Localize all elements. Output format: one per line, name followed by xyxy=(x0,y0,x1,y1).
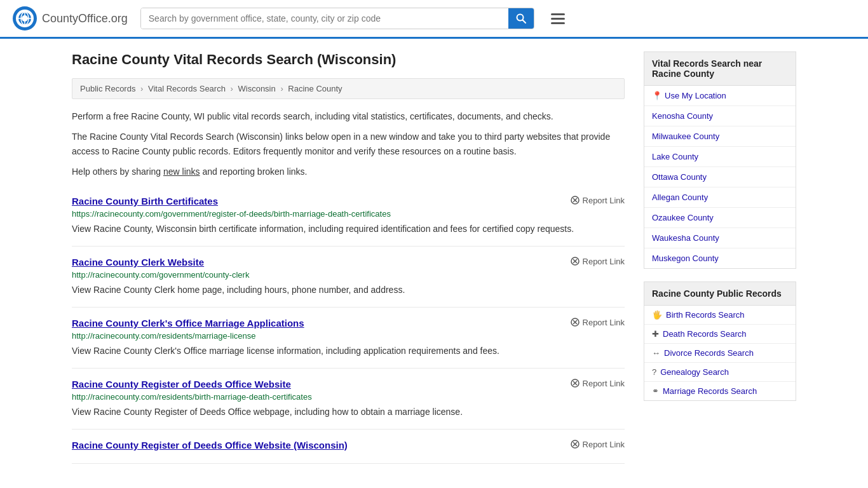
report-icon xyxy=(571,379,580,388)
result-header: Racine County Register of Deeds Office W… xyxy=(72,379,625,390)
sidebar-item-muskegon[interactable]: Muskegon County xyxy=(644,248,796,268)
logo-area: CountyOffice.org xyxy=(13,6,128,30)
report-icon xyxy=(571,196,580,205)
main-container: Racine County Vital Records Search (Wisc… xyxy=(59,39,809,477)
divorce-icon: ↔ xyxy=(652,348,660,358)
breadcrumb-link-vital-records[interactable]: Vital Records Search xyxy=(148,84,226,93)
logo-text: CountyOffice.org xyxy=(42,12,128,25)
result-desc: View Racine County Register of Deeds Off… xyxy=(72,405,625,419)
hamburger-button[interactable] xyxy=(547,10,569,28)
result-title-link[interactable]: Racine County Birth Certificates xyxy=(72,196,218,207)
results-list: Racine County Birth Certificates Report … xyxy=(72,186,625,464)
search-input[interactable] xyxy=(141,8,508,29)
result-url: https://racinecounty.com/government/regi… xyxy=(72,209,625,219)
kenosha-county-link[interactable]: Kenosha County xyxy=(652,111,713,121)
birth-records-link[interactable]: Birth Records Search xyxy=(666,310,745,320)
report-icon xyxy=(571,257,580,266)
sidebar-item-kenosha[interactable]: Kenosha County xyxy=(644,106,796,126)
logo-icon xyxy=(13,6,37,30)
description-para1: Perform a free Racine County, WI public … xyxy=(72,109,625,123)
result-item: Racine County Birth Certificates Report … xyxy=(72,186,625,247)
result-title-link[interactable]: Racine County Clerk Website xyxy=(72,257,204,268)
ozaukee-county-link[interactable]: Ozaukee County xyxy=(652,213,714,222)
hamburger-line xyxy=(551,13,565,15)
sidebar-item-ozaukee[interactable]: Ozaukee County xyxy=(644,208,796,228)
breadcrumb-sep: › xyxy=(231,84,233,93)
hamburger-line xyxy=(551,22,565,24)
sidebar-nearby-list: 📍 Use My Location Kenosha County Milwauk… xyxy=(644,86,796,269)
genealogy-icon: ? xyxy=(652,367,656,377)
result-title-link[interactable]: Racine County Register of Deeds Office W… xyxy=(72,379,291,390)
report-icon xyxy=(571,318,580,327)
main-content: Racine County Vital Records Search (Wisc… xyxy=(72,51,625,464)
breadcrumb-sep: › xyxy=(140,84,143,93)
breadcrumb-link-wisconsin[interactable]: Wisconsin xyxy=(238,84,276,93)
waukesha-county-link[interactable]: Waukesha County xyxy=(652,233,719,243)
result-item: Racine County Clerk's Office Marriage Ap… xyxy=(72,308,625,369)
sidebar-records-item-genealogy[interactable]: ? Genealogy Search xyxy=(644,363,796,382)
result-desc: View Racine County Clerk home page, incl… xyxy=(72,283,625,297)
new-links-link[interactable]: new links xyxy=(163,166,200,177)
result-title-link[interactable]: Racine County Clerk's Office Marriage Ap… xyxy=(72,318,304,329)
result-item: Racine County Register of Deeds Office W… xyxy=(72,430,625,464)
sidebar-records-title: Racine County Public Records xyxy=(644,281,796,306)
breadcrumb-link-racine[interactable]: Racine County xyxy=(288,84,342,93)
sidebar-item-allegan[interactable]: Allegan County xyxy=(644,187,796,208)
result-desc: View Racine County Clerk's Office marria… xyxy=(72,344,625,358)
result-header: Racine County Clerk Website Report Link xyxy=(72,257,625,268)
sidebar-records-item-marriage[interactable]: ⚭ Marriage Records Search xyxy=(644,382,796,400)
hamburger-line xyxy=(551,18,565,20)
breadcrumb-link-public-records[interactable]: Public Records xyxy=(80,84,135,93)
sidebar-records-list: 🖐 Birth Records Search ✚ Death Records S… xyxy=(644,306,796,401)
sidebar-item-waukesha[interactable]: Waukesha County xyxy=(644,228,796,248)
result-title-link[interactable]: Racine County Register of Deeds Office W… xyxy=(72,440,348,451)
report-link[interactable]: Report Link xyxy=(571,379,625,388)
ottawa-county-link[interactable]: Ottawa County xyxy=(652,172,707,182)
result-item: Racine County Register of Deeds Office W… xyxy=(72,369,625,430)
report-link[interactable]: Report Link xyxy=(571,257,625,266)
sidebar-records-item-death[interactable]: ✚ Death Records Search xyxy=(644,325,796,344)
sidebar-records-item-divorce[interactable]: ↔ Divorce Records Search xyxy=(644,344,796,363)
report-link[interactable]: Report Link xyxy=(571,318,625,327)
result-item: Racine County Clerk Website Report Link … xyxy=(72,247,625,308)
svg-line-8 xyxy=(522,20,526,24)
milwaukee-county-link[interactable]: Milwaukee County xyxy=(652,132,719,141)
sidebar-item-milwaukee[interactable]: Milwaukee County xyxy=(644,126,796,147)
divorce-records-link[interactable]: Divorce Records Search xyxy=(664,348,754,358)
lake-county-link[interactable]: Lake County xyxy=(652,152,698,161)
site-header: CountyOffice.org xyxy=(0,0,868,39)
result-header: Racine County Clerk's Office Marriage Ap… xyxy=(72,318,625,329)
result-header: Racine County Register of Deeds Office W… xyxy=(72,440,625,451)
result-header: Racine County Birth Certificates Report … xyxy=(72,196,625,207)
sidebar: Vital Records Search near Racine County … xyxy=(644,51,796,464)
breadcrumb: Public Records › Vital Records Search › … xyxy=(72,78,625,99)
allegan-county-link[interactable]: Allegan County xyxy=(652,193,708,202)
sidebar-nearby-title: Vital Records Search near Racine County xyxy=(644,51,796,86)
birth-icon: 🖐 xyxy=(652,310,662,320)
death-records-link[interactable]: Death Records Search xyxy=(663,329,747,339)
result-desc: View Racine County, Wisconsin birth cert… xyxy=(72,222,625,236)
marriage-records-link[interactable]: Marriage Records Search xyxy=(663,386,757,396)
sidebar-records-item-birth[interactable]: 🖐 Birth Records Search xyxy=(644,306,796,325)
result-url: http://racinecounty.com/government/count… xyxy=(72,270,625,280)
sidebar-nearby-section: Vital Records Search near Racine County … xyxy=(644,51,796,269)
report-link[interactable]: Report Link xyxy=(571,196,625,205)
breadcrumb-sep: › xyxy=(280,84,283,93)
location-pin-icon: 📍 xyxy=(652,91,662,100)
search-area xyxy=(140,8,534,29)
use-location-link[interactable]: Use My Location xyxy=(665,91,726,100)
sidebar-records-section: Racine County Public Records 🖐 Birth Rec… xyxy=(644,281,796,401)
result-url: http://racinecounty.com/residents/birth-… xyxy=(72,392,625,402)
page-title: Racine County Vital Records Search (Wisc… xyxy=(72,51,625,68)
marriage-icon: ⚭ xyxy=(652,386,659,396)
sidebar-item-use-location[interactable]: 📍 Use My Location xyxy=(644,86,796,106)
muskegon-county-link[interactable]: Muskegon County xyxy=(652,254,719,263)
death-icon: ✚ xyxy=(652,329,659,339)
sidebar-item-ottawa[interactable]: Ottawa County xyxy=(644,167,796,187)
description-para3: Help others by sharing new links and rep… xyxy=(72,165,625,179)
report-link[interactable]: Report Link xyxy=(571,440,625,449)
sidebar-item-lake[interactable]: Lake County xyxy=(644,147,796,167)
description-para2: The Racine County Vital Records Search (… xyxy=(72,130,625,158)
genealogy-search-link[interactable]: Genealogy Search xyxy=(660,367,729,377)
search-button[interactable] xyxy=(508,8,534,29)
